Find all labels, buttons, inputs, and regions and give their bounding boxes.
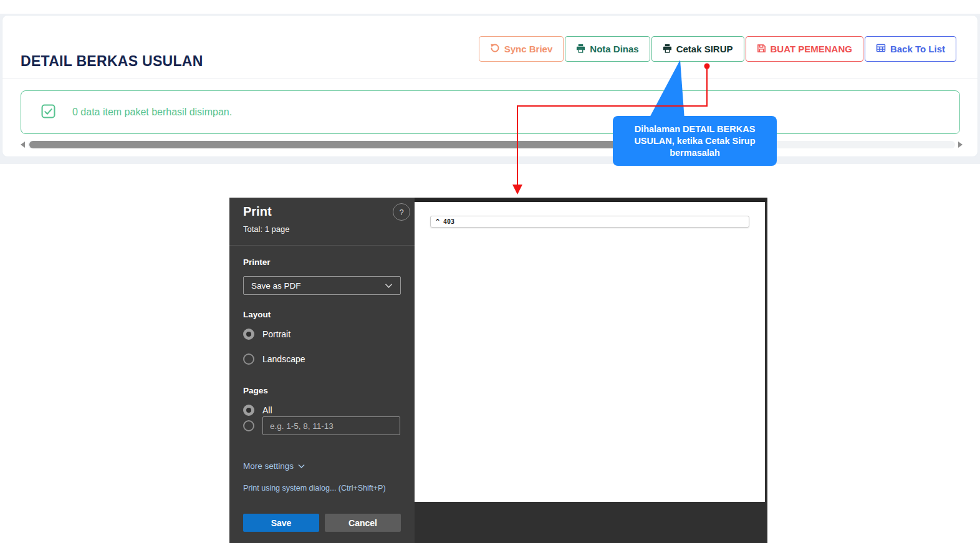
printer-icon: [576, 44, 585, 55]
cetak-sirup-label: Cetak SIRUP: [676, 44, 733, 54]
question-mark-icon: ?: [399, 208, 403, 217]
pages-all-label: All: [262, 405, 272, 415]
more-settings-label: More settings: [243, 461, 294, 471]
scroll-left-arrow-icon[interactable]: [21, 142, 25, 148]
portrait-label: Portrait: [262, 329, 291, 339]
cancel-button[interactable]: Cancel: [325, 514, 401, 532]
help-button[interactable]: ?: [393, 203, 410, 221]
print-dialog-title: Print: [243, 204, 272, 219]
detail-berkas-card: DETAIL BERKAS USULAN Sync Briev: [2, 16, 978, 156]
layout-landscape-option[interactable]: Landscape: [243, 353, 305, 365]
pages-label: Pages: [243, 386, 268, 395]
back-to-list-button[interactable]: Back To List: [865, 36, 956, 62]
buat-pemenang-label: BUAT PEMENANG: [771, 44, 852, 54]
printer-icon: [663, 44, 672, 55]
scrollbar-track[interactable]: [28, 141, 955, 148]
checkbox-checked-icon: [41, 104, 55, 121]
preview-error-text: ^ 403: [436, 218, 454, 225]
buat-pemenang-button[interactable]: BUAT PEMENANG: [746, 36, 863, 62]
radio-selected-icon[interactable]: [243, 329, 254, 340]
nota-dinas-label: Nota Dinas: [590, 44, 638, 54]
red-arrow-head: [512, 185, 522, 195]
save-button[interactable]: Save: [243, 514, 319, 532]
history-icon: [490, 43, 500, 55]
print-total-pages: Total: 1 page: [243, 224, 289, 234]
save-icon: [757, 44, 766, 55]
print-preview-area: ^ 403: [415, 198, 767, 543]
printer-select-value: Save as PDF: [251, 281, 385, 291]
layout-label: Layout: [243, 310, 271, 319]
layout-portrait-option[interactable]: Portrait: [243, 329, 291, 340]
radio-unselected-icon[interactable]: [243, 353, 254, 365]
radio-unselected-icon[interactable]: [243, 420, 254, 431]
sync-briev-button[interactable]: Sync Briev: [479, 36, 564, 62]
system-dialog-link[interactable]: Print using system dialog... (Ctrl+Shift…: [243, 484, 386, 493]
alert-message: 0 data item paket berhasil disimpan.: [72, 107, 232, 118]
annotation-callout-text: Dihalaman DETAIL BERKAS USULAN, ketika C…: [622, 123, 768, 159]
pages-range-input[interactable]: [262, 416, 400, 435]
sync-briev-label: Sync Briev: [504, 44, 553, 54]
chevron-down-icon: [385, 281, 393, 291]
screen: DETAIL BERKAS USULAN Sync Briev: [0, 0, 980, 543]
printer-select[interactable]: Save as PDF: [243, 276, 401, 295]
pages-all-option[interactable]: All: [243, 405, 272, 416]
back-to-list-label: Back To List: [890, 44, 945, 54]
printer-label: Printer: [243, 257, 271, 267]
radio-selected-icon[interactable]: [243, 405, 254, 416]
scroll-right-arrow-icon[interactable]: [958, 142, 963, 148]
system-dialog-label: Print using system dialog... (Ctrl+Shift…: [243, 484, 386, 493]
nota-dinas-button[interactable]: Nota Dinas: [565, 36, 650, 62]
pages-custom-option[interactable]: [243, 420, 254, 431]
preview-top-strip: [415, 198, 767, 202]
preview-page: ^ 403: [415, 202, 765, 502]
more-settings-link[interactable]: More settings: [243, 461, 305, 471]
cetak-sirup-button[interactable]: Cetak SIRUP: [651, 36, 744, 62]
card-divider: [2, 78, 978, 79]
table-list-icon: [876, 43, 886, 55]
print-dialog: Print Total: 1 page ? Printer Save as PD…: [229, 198, 415, 543]
print-dialog-divider: [229, 245, 415, 246]
horizontal-scrollbar[interactable]: [21, 140, 963, 149]
page-title: DETAIL BERKAS USULAN: [21, 53, 203, 70]
preview-error-box: ^ 403: [430, 216, 749, 228]
success-alert: 0 data item paket berhasil disimpan.: [21, 90, 960, 134]
chevron-down-icon: [298, 461, 305, 471]
landscape-label: Landscape: [262, 354, 305, 364]
header-button-row: Sync Briev Nota Dinas: [479, 36, 956, 62]
annotation-callout: Dihalaman DETAIL BERKAS USULAN, ketika C…: [613, 116, 777, 166]
